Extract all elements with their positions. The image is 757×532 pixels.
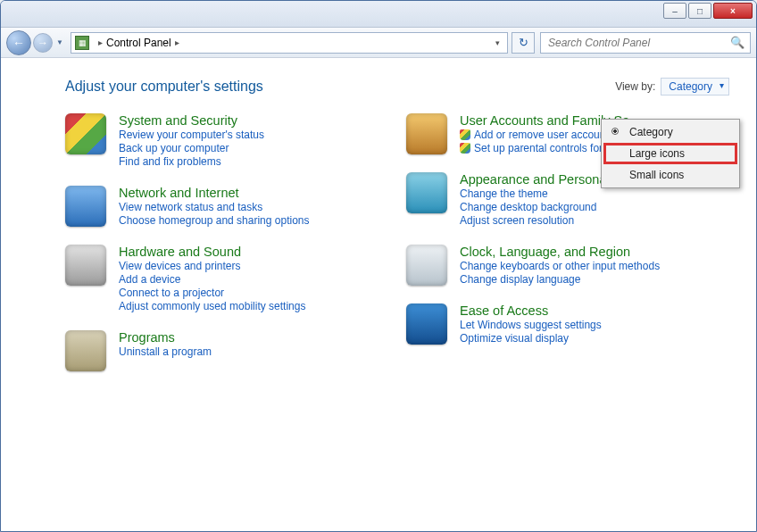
breadcrumb-root[interactable]: Control Panel — [106, 37, 171, 49]
link-text: View network status and tasks — [119, 201, 262, 213]
search-box[interactable]: 🔍 — [540, 32, 751, 54]
category-link[interactable]: Back up your computer — [119, 142, 264, 154]
view-by-label: View by: — [615, 80, 655, 93]
close-button[interactable]: × — [713, 3, 753, 19]
link-text: View devices and printers — [119, 260, 241, 272]
navbar: ← → ▼ ▦ ▸ Control Panel ▸ ▾ ↻ 🔍 — [1, 28, 756, 58]
hardware-icon — [65, 245, 106, 286]
clock-icon — [406, 245, 447, 286]
link-text: Find and fix problems — [119, 155, 221, 168]
search-input[interactable] — [546, 36, 730, 50]
category-body: Network and InternetView network status … — [119, 186, 309, 227]
view-option-large-icons[interactable]: Large icons — [603, 143, 737, 164]
category-security: System and SecurityReview your computer'… — [65, 113, 388, 168]
category-network: Network and InternetView network status … — [65, 186, 388, 227]
link-text: Let Windows suggest settings — [460, 319, 602, 331]
breadcrumb-sep-icon: ▸ — [98, 37, 103, 47]
link-text: Change desktop background — [460, 201, 596, 213]
category-hardware: Hardware and SoundView devices and print… — [65, 245, 388, 312]
address-bar[interactable]: ▦ ▸ Control Panel ▸ ▾ — [71, 32, 508, 54]
category-link[interactable]: Add a device — [119, 273, 305, 286]
refresh-button[interactable]: ↻ — [512, 32, 535, 54]
category-link[interactable]: Connect to a projector — [119, 287, 305, 299]
titlebar: – □ × — [1, 1, 756, 28]
category-body: ProgramsUninstall a program — [119, 330, 212, 358]
category-link[interactable]: Adjust commonly used mobility settings — [119, 300, 305, 312]
category-link[interactable]: Optimize visual display — [460, 332, 602, 345]
category-clock: Clock, Language, and RegionChange keyboa… — [406, 245, 729, 286]
link-text: Back up your computer — [119, 142, 229, 154]
category-title[interactable]: Clock, Language, and Region — [460, 245, 660, 259]
option-label: Large icons — [629, 147, 685, 160]
category-title[interactable]: Hardware and Sound — [119, 245, 305, 259]
link-text: Review your computer's status — [119, 129, 264, 141]
category-ease: Ease of AccessLet Windows suggest settin… — [406, 303, 729, 345]
users-icon — [406, 113, 447, 154]
category-link[interactable]: Let Windows suggest settings — [460, 319, 602, 331]
maximize-button[interactable]: □ — [688, 3, 711, 19]
control-panel-window: – □ × ← → ▼ ▦ ▸ Control Panel ▸ ▾ ↻ 🔍 Ad… — [0, 0, 757, 532]
minimize-button[interactable]: – — [663, 3, 686, 19]
programs-icon — [65, 330, 106, 371]
content-area: Adjust your computer's settings View by:… — [1, 58, 756, 398]
category-title[interactable]: Network and Internet — [119, 186, 309, 200]
option-label: Category — [629, 126, 673, 138]
content-header: Adjust your computer's settings View by:… — [65, 78, 729, 96]
security-icon — [65, 113, 106, 154]
link-text: Add a device — [119, 273, 180, 286]
view-option-small-icons[interactable]: Small icons — [603, 164, 737, 186]
category-programs: ProgramsUninstall a program — [65, 330, 388, 371]
back-button[interactable]: ← — [6, 30, 31, 55]
category-link[interactable]: Review your computer's status — [119, 129, 264, 141]
category-title[interactable]: System and Security — [119, 113, 264, 128]
category-title[interactable]: Programs — [119, 330, 212, 345]
nav-history-dropdown[interactable]: ▼ — [54, 34, 65, 52]
category-body: System and SecurityReview your computer'… — [119, 113, 264, 168]
category-link[interactable]: Change desktop background — [460, 201, 647, 213]
link-text: Change keyboards or other input methods — [460, 260, 660, 272]
option-label: Small icons — [629, 169, 684, 181]
search-icon[interactable]: 🔍 — [730, 36, 745, 49]
link-text: Choose homegroup and sharing options — [119, 214, 309, 227]
link-text: Change the theme — [460, 187, 548, 200]
category-link[interactable]: Change the theme — [460, 187, 647, 200]
breadcrumb-sep-icon: ▸ — [175, 37, 179, 47]
link-text: Change display language — [460, 273, 580, 286]
view-by-button[interactable]: Category — [661, 78, 729, 96]
category-link[interactable]: Uninstall a program — [119, 345, 212, 358]
network-icon — [65, 186, 106, 227]
radio-selected-icon — [611, 128, 619, 135]
category-link[interactable]: Change keyboards or other input methods — [460, 260, 660, 272]
link-text: Uninstall a program — [119, 345, 212, 358]
link-text: Adjust screen resolution — [460, 214, 574, 227]
view-option-category[interactable]: Category — [603, 121, 737, 143]
link-text: Connect to a projector — [119, 287, 224, 299]
view-by-control: View by: Category — [615, 78, 729, 96]
page-title: Adjust your computer's settings — [65, 79, 263, 95]
forward-button[interactable]: → — [33, 33, 53, 53]
category-link[interactable]: View devices and printers — [119, 260, 305, 272]
category-link[interactable]: Adjust screen resolution — [460, 214, 647, 227]
control-panel-icon: ▦ — [75, 36, 89, 50]
category-link[interactable]: Find and fix problems — [119, 155, 264, 168]
link-text: Add or remove user accounts — [474, 129, 614, 141]
view-by-dropdown: CategoryLarge iconsSmall icons — [601, 119, 740, 188]
category-link[interactable]: Choose homegroup and sharing options — [119, 214, 309, 227]
category-title[interactable]: Ease of Access — [460, 303, 602, 318]
appearance-icon — [406, 172, 447, 213]
link-text: Adjust commonly used mobility settings — [119, 300, 305, 312]
ease-icon — [406, 303, 447, 345]
uac-shield-icon — [460, 129, 470, 140]
category-body: Clock, Language, and RegionChange keyboa… — [460, 245, 660, 286]
category-link[interactable]: Change display language — [460, 273, 660, 286]
category-body: Hardware and SoundView devices and print… — [119, 245, 305, 312]
category-body: Ease of AccessLet Windows suggest settin… — [460, 303, 602, 345]
address-dropdown-icon[interactable]: ▾ — [492, 38, 503, 47]
uac-shield-icon — [460, 143, 470, 154]
category-link[interactable]: View network status and tasks — [119, 201, 309, 213]
link-text: Optimize visual display — [460, 332, 569, 345]
